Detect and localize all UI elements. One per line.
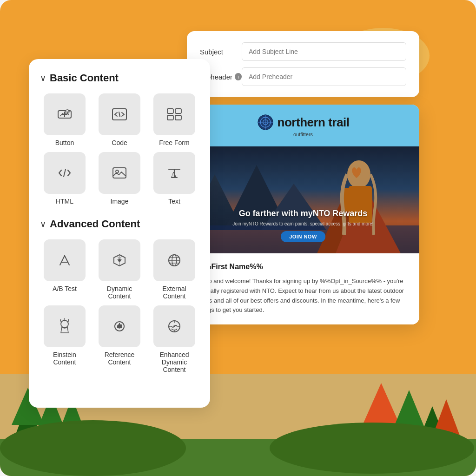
image-item[interactable]: Image [95, 152, 144, 205]
basic-content-grid: Button Code [40, 93, 199, 205]
right-panel: Subject Preheader i [187, 31, 447, 412]
svg-point-14 [0, 420, 186, 476]
free-form-icon [153, 93, 195, 135]
svg-point-33 [118, 259, 121, 262]
free-form-item[interactable]: Free Form [150, 93, 199, 146]
subject-row: Subject [200, 42, 406, 61]
reference-content-icon [99, 305, 140, 347]
text-item[interactable]: A Text [150, 152, 199, 205]
button-icon [44, 93, 86, 135]
ab-test-label: A/B Test [53, 285, 77, 292]
svg-rect-23 [175, 109, 181, 113]
left-panel: ∨ Basic Content But [29, 59, 210, 408]
svg-rect-25 [175, 115, 181, 120]
main-content: ∨ Basic Content But [29, 31, 447, 426]
brand-name: northern trail [278, 115, 350, 130]
code-icon [99, 93, 140, 135]
hero-subtitle: Join myNTO Rewards to earn points, speci… [232, 221, 373, 226]
merge-field-name: %%First Name%% [198, 263, 408, 271]
subject-label: Subject [200, 48, 242, 56]
preheader-input[interactable] [242, 67, 406, 86]
subject-preheader-box: Subject Preheader i [187, 31, 419, 97]
ab-test-icon [44, 239, 86, 281]
email-body: %%First Name%% Hello and welcome! Thanks… [187, 253, 419, 324]
html-label: HTML [56, 198, 73, 205]
html-item[interactable]: HTML [40, 152, 89, 205]
svg-line-31 [65, 256, 69, 265]
body-text: Hello and welcome! Thanks for signing up… [198, 277, 408, 315]
enhanced-dynamic-content-label: EnhancedDynamicContent [159, 351, 189, 373]
text-label: Text [168, 198, 180, 205]
svg-line-21 [119, 112, 120, 117]
button-item[interactable]: Button [40, 93, 89, 146]
hero-title: Go farther with myNTO Rewards [232, 209, 373, 218]
email-preview: northern trail outfitters [187, 105, 419, 324]
brand-sub: outfitters [293, 132, 313, 137]
reference-content-item[interactable]: ReferenceContent [95, 305, 144, 373]
hero-image-area: Go farther with myNTO Rewards Join myNTO… [187, 146, 419, 253]
image-label: Image [111, 198, 129, 205]
hero-text-block: Go farther with myNTO Rewards Join myNTO… [232, 209, 373, 242]
subject-input[interactable] [242, 42, 406, 61]
enhanced-dynamic-content-icon [153, 305, 195, 347]
preheader-row: Preheader i [200, 67, 406, 86]
advanced-content-grid: A/B Test DynamicContent [40, 239, 199, 373]
einstein-content-item[interactable]: EinsteinContent [40, 305, 89, 373]
code-item[interactable]: Code [95, 93, 144, 146]
external-content-icon [153, 239, 195, 281]
advanced-content-title: Advanced Content [50, 218, 140, 230]
svg-rect-24 [167, 115, 173, 120]
external-content-item[interactable]: ExternalContent [150, 239, 199, 300]
dynamic-content-item[interactable]: DynamicContent [95, 239, 144, 300]
preheader-info-icon[interactable]: i [235, 73, 242, 80]
advanced-content-section-header: ∨ Advanced Content [40, 218, 199, 230]
svg-point-39 [61, 320, 68, 328]
svg-text:A: A [171, 171, 177, 178]
ab-test-item[interactable]: A/B Test [40, 239, 89, 300]
dynamic-content-icon [99, 239, 140, 281]
dynamic-content-label: DynamicContent [107, 285, 132, 300]
einstein-content-label: EinsteinContent [53, 351, 76, 366]
free-form-label: Free Form [159, 139, 189, 146]
svg-line-30 [60, 256, 65, 265]
hero-join-button[interactable]: JOIN NOW [281, 231, 325, 242]
email-header-bar: northern trail outfitters [187, 105, 419, 146]
html-icon [44, 152, 86, 194]
code-label: Code [112, 139, 127, 146]
external-content-label: ExternalContent [162, 285, 186, 300]
basic-content-title: Basic Content [50, 72, 119, 84]
svg-point-28 [116, 170, 119, 173]
enhanced-dynamic-content-item[interactable]: EnhancedDynamicContent [150, 305, 199, 373]
svg-point-15 [270, 423, 474, 474]
svg-rect-22 [167, 109, 173, 113]
svg-rect-27 [113, 168, 126, 178]
svg-point-43 [173, 325, 175, 327]
svg-line-26 [64, 169, 66, 177]
brand-icon-svg [257, 114, 274, 131]
image-icon [99, 152, 140, 194]
basic-content-chevron[interactable]: ∨ [40, 73, 46, 83]
text-icon: A [153, 152, 195, 194]
outer-background: ∨ Basic Content But [0, 0, 476, 476]
basic-content-section-header: ∨ Basic Content [40, 72, 199, 84]
button-label: Button [55, 139, 74, 146]
brand-logo-area: northern trail outfitters [257, 114, 350, 137]
advanced-content-chevron[interactable]: ∨ [40, 219, 46, 229]
reference-content-label: ReferenceContent [105, 351, 135, 366]
einstein-content-icon [44, 305, 86, 347]
